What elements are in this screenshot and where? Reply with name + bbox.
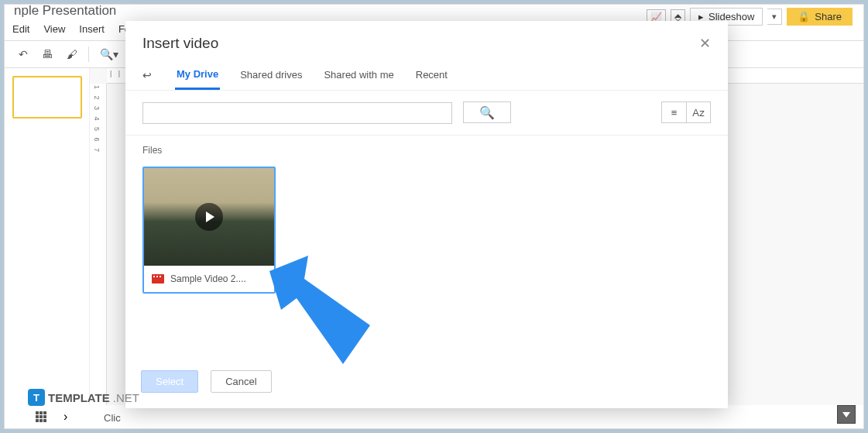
close-icon[interactable]: ✕ xyxy=(699,35,711,52)
undo-icon[interactable]: ↶ xyxy=(15,46,31,62)
play-icon xyxy=(195,203,223,231)
search-input[interactable] xyxy=(142,102,452,124)
share-label: Share xyxy=(815,11,842,22)
dialog-content: Files Sample Video 2.... xyxy=(125,136,728,363)
explore-button[interactable] xyxy=(837,405,856,424)
tab-shared-with-me[interactable]: Shared with me xyxy=(322,61,395,88)
t-badge-icon: T xyxy=(28,389,45,406)
back-arrow-icon[interactable]: ↩ xyxy=(142,69,152,81)
search-wrap: 🔍 xyxy=(142,101,511,124)
slideshow-dropdown[interactable]: ▾ xyxy=(767,9,782,25)
dialog-toolbar: 🔍 ≡ Aᴢ xyxy=(125,91,728,136)
grid-icon[interactable] xyxy=(36,411,50,422)
watermark-suffix: .NET xyxy=(113,391,139,404)
sort-az-icon[interactable]: Aᴢ xyxy=(686,101,711,123)
tab-my-drive[interactable]: My Drive xyxy=(175,60,220,90)
tab-shared-drives[interactable]: Shared drives xyxy=(238,61,304,88)
presentation-title: nple Presentation xyxy=(14,3,116,19)
lock-icon: 🔒 xyxy=(798,11,810,22)
template-net-watermark: T TEMPLATE.NET xyxy=(28,389,139,406)
magnifier-icon: 🔍 xyxy=(479,105,495,120)
slide-thumbnail-1[interactable] xyxy=(12,76,82,119)
watermark-brand: TEMPLATE xyxy=(48,391,110,404)
menu-view[interactable]: View xyxy=(43,23,65,35)
select-button[interactable]: Select xyxy=(141,370,198,393)
paint-format-icon[interactable]: 🖌 xyxy=(63,46,81,62)
search-button[interactable]: 🔍 xyxy=(463,101,511,123)
list-view-icon[interactable]: ≡ xyxy=(661,101,686,123)
print-icon[interactable]: 🖶 xyxy=(39,46,56,62)
share-button[interactable]: 🔒 Share xyxy=(787,8,853,26)
video-file-icon xyxy=(152,274,164,284)
files-section-label: Files xyxy=(142,145,711,156)
bottom-click-text: Clic xyxy=(104,412,121,424)
slide-thumbnails-panel xyxy=(5,68,90,405)
chevron-right-icon[interactable]: › xyxy=(63,410,67,424)
dialog-title: Insert video xyxy=(142,35,218,52)
dialog-tabs: ↩ My Drive Shared drives Shared with me … xyxy=(125,60,728,91)
file-name-row: Sample Video 2.... xyxy=(144,266,274,292)
insert-video-dialog: Insert video ✕ ↩ My Drive Shared drives … xyxy=(125,21,728,408)
separator xyxy=(88,46,89,62)
file-card-sample-video[interactable]: Sample Video 2.... xyxy=(142,167,276,294)
dialog-footer: Select Cancel xyxy=(125,363,728,408)
menu-bar: Edit View Insert Fo xyxy=(12,23,130,35)
tab-recent[interactable]: Recent xyxy=(414,61,449,88)
file-thumbnail xyxy=(144,168,274,266)
zoom-icon[interactable]: 🔍▾ xyxy=(97,46,122,62)
file-name-text: Sample Video 2.... xyxy=(170,273,246,284)
view-toggle: ≡ Aᴢ xyxy=(661,101,711,124)
menu-insert[interactable]: Insert xyxy=(79,23,105,35)
menu-edit[interactable]: Edit xyxy=(12,23,29,35)
bottom-left-controls: › xyxy=(36,410,67,424)
dialog-header: Insert video ✕ xyxy=(125,21,728,60)
cancel-button[interactable]: Cancel xyxy=(211,370,271,393)
vertical-ruler: 1 2 3 4 5 6 7 xyxy=(90,84,107,405)
